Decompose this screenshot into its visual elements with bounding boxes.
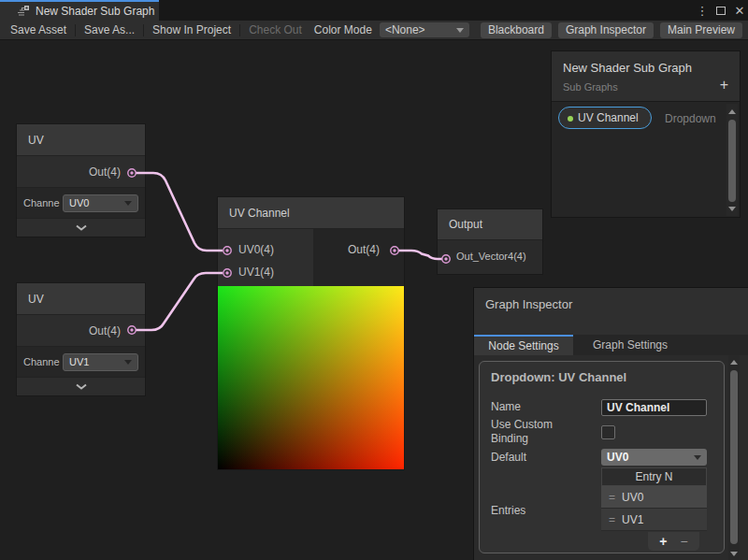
show-in-project-button[interactable]: Show In Project bbox=[144, 23, 239, 36]
shader-graph-icon bbox=[17, 5, 30, 18]
input-port-row: Out_Vector4(4) bbox=[438, 240, 542, 274]
blackboard-body: UV Channel Dropdown bbox=[552, 101, 740, 217]
remove-entry-button[interactable]: − bbox=[681, 534, 688, 549]
save-as-button[interactable]: Save As... bbox=[76, 23, 143, 36]
entry-value: UV0 bbox=[622, 491, 643, 504]
scrollbar-thumb[interactable] bbox=[728, 120, 736, 202]
property-pill-uv-channel[interactable]: UV Channel bbox=[558, 107, 652, 129]
entry-row-uv0[interactable]: = UV0 bbox=[601, 486, 707, 509]
node-preview-gradient bbox=[218, 286, 404, 469]
node-title[interactable]: Output bbox=[438, 209, 542, 240]
save-asset-button[interactable]: Save Asset bbox=[2, 23, 75, 36]
check-out-button: Check Out bbox=[240, 23, 310, 36]
ports-area: UV0(4) UV1(4) Out(4) bbox=[218, 229, 404, 286]
wire-uv0-to-uvchannel[interactable] bbox=[132, 173, 223, 251]
collapse-button[interactable] bbox=[17, 378, 145, 395]
close-icon[interactable]: ✕ bbox=[733, 4, 746, 18]
window-tab-bar: New Shader Sub Graph ⋮ ✕ bbox=[0, 0, 748, 21]
scroll-down-icon[interactable] bbox=[728, 207, 736, 211]
blackboard-scrollbar[interactable] bbox=[726, 104, 738, 216]
tab-node-settings[interactable]: Node Settings bbox=[474, 335, 573, 355]
graph-inspector-toggle-button[interactable]: Graph Inspector bbox=[558, 22, 654, 38]
channel-value: UV0 bbox=[69, 197, 89, 208]
window-controls: ⋮ ✕ bbox=[696, 0, 746, 21]
out-port-label: Out(4) bbox=[89, 324, 121, 337]
entries-label: Entries bbox=[491, 504, 525, 517]
name-label: Name bbox=[491, 400, 521, 413]
default-label: Default bbox=[491, 451, 526, 464]
out-port-label: Out(4) bbox=[89, 165, 121, 179]
node-title[interactable]: UV Channel bbox=[218, 197, 404, 229]
scroll-up-icon[interactable] bbox=[728, 109, 736, 114]
entries-header: Entry N bbox=[601, 467, 707, 486]
inspector-tabs: Node Settings Graph Settings bbox=[474, 335, 748, 355]
scroll-up-icon[interactable] bbox=[730, 360, 738, 365]
channel-row: Channe UV0 bbox=[17, 188, 145, 219]
blackboard-title: New Shader Sub Graph bbox=[552, 51, 740, 75]
default-value: UV0 bbox=[607, 451, 628, 464]
output-node[interactable]: Output Out_Vector4(4) bbox=[438, 209, 542, 274]
entry-row-uv1[interactable]: = UV1 bbox=[601, 509, 707, 531]
chevron-down-icon bbox=[694, 455, 701, 460]
wire-uv1-to-uvchannel[interactable] bbox=[132, 273, 223, 330]
channel-value: UV1 bbox=[69, 356, 89, 367]
out-vector4-label: Out_Vector4(4) bbox=[456, 251, 526, 262]
main-preview-toggle-button[interactable]: Main Preview bbox=[660, 22, 742, 38]
graph-toolbar: Save Asset Save As... Show In Project Ch… bbox=[0, 21, 748, 40]
inspector-title: Graph Inspector bbox=[474, 288, 748, 335]
blackboard-toggle-button[interactable]: Blackboard bbox=[481, 22, 552, 38]
property-type-label: Dropdown bbox=[665, 112, 716, 125]
property-name: UV Channel bbox=[578, 111, 639, 124]
entry-value: UV1 bbox=[622, 513, 643, 526]
out-port-row: Out(4) bbox=[17, 156, 145, 188]
graph-tab[interactable]: New Shader Sub Graph bbox=[0, 0, 159, 21]
exposed-dot-icon bbox=[568, 116, 573, 122]
maximize-icon[interactable] bbox=[714, 4, 727, 18]
shader-graph-window: { "window": { "tab_title": "New Shader S… bbox=[0, 0, 748, 560]
inspector-content: Dropdown: UV Channel Name Use Custom Bin… bbox=[474, 355, 748, 560]
out-port-row: Out(4) bbox=[17, 315, 145, 347]
uv-channel-node[interactable]: UV Channel UV0(4) UV1(4) Out(4) bbox=[218, 197, 404, 469]
chevron-down-icon bbox=[456, 28, 464, 33]
drag-handle-icon[interactable]: = bbox=[609, 513, 614, 526]
entries-list-footer: + − bbox=[648, 532, 699, 551]
uv0-input-label: UV0(4) bbox=[238, 243, 274, 256]
graph-inspector-panel: Graph Inspector Node Settings Graph Sett… bbox=[474, 288, 748, 560]
blackboard-subtitle: Sub Graphs bbox=[552, 75, 740, 93]
blackboard-panel: New Shader Sub Graph Sub Graphs + UV Cha… bbox=[552, 51, 740, 217]
color-mode-value: <None> bbox=[385, 23, 425, 36]
name-input[interactable] bbox=[601, 399, 707, 416]
inspector-scrollbar[interactable] bbox=[728, 355, 740, 560]
channel-row: Channe UV1 bbox=[17, 347, 145, 378]
uv1-input-label: UV1(4) bbox=[238, 266, 274, 279]
color-mode-dropdown[interactable]: <None> bbox=[380, 22, 469, 37]
node-title[interactable]: UV bbox=[17, 124, 145, 156]
channel-label: Channe bbox=[23, 197, 63, 208]
more-options-icon[interactable]: ⋮ bbox=[696, 4, 709, 18]
use-custom-binding-checkbox[interactable] bbox=[601, 425, 615, 439]
chevron-down-icon bbox=[124, 360, 132, 365]
channel-label: Channe bbox=[23, 356, 63, 367]
uv-node-bottom[interactable]: UV Out(4) Channe UV1 bbox=[17, 283, 145, 395]
collapse-button[interactable] bbox=[17, 219, 145, 237]
node-title[interactable]: UV bbox=[17, 283, 145, 315]
default-dropdown[interactable]: UV0 bbox=[601, 449, 707, 466]
chevron-down-icon bbox=[75, 383, 88, 390]
chevron-down-icon bbox=[124, 201, 132, 206]
tab-title: New Shader Sub Graph bbox=[36, 5, 154, 18]
channel-dropdown[interactable]: UV1 bbox=[63, 353, 138, 371]
chevron-down-icon bbox=[75, 224, 88, 231]
channel-dropdown[interactable]: UV0 bbox=[63, 194, 138, 212]
scroll-down-icon[interactable] bbox=[730, 552, 738, 556]
dropdown-settings-box: Dropdown: UV Channel Name Use Custom Bin… bbox=[479, 361, 725, 553]
use-custom-binding-label: Use Custom Binding bbox=[491, 418, 571, 446]
drag-handle-icon[interactable]: = bbox=[609, 491, 614, 504]
scrollbar-thumb[interactable] bbox=[730, 370, 738, 544]
settings-box-header: Dropdown: UV Channel bbox=[480, 362, 724, 384]
add-entry-button[interactable]: + bbox=[659, 534, 667, 549]
color-mode-label: Color Mode bbox=[314, 23, 380, 36]
add-property-button[interactable]: + bbox=[720, 77, 728, 93]
out-port-label: Out(4) bbox=[348, 243, 380, 256]
uv-node-top[interactable]: UV Out(4) Channe UV0 bbox=[17, 124, 145, 237]
tab-graph-settings[interactable]: Graph Settings bbox=[573, 335, 687, 355]
